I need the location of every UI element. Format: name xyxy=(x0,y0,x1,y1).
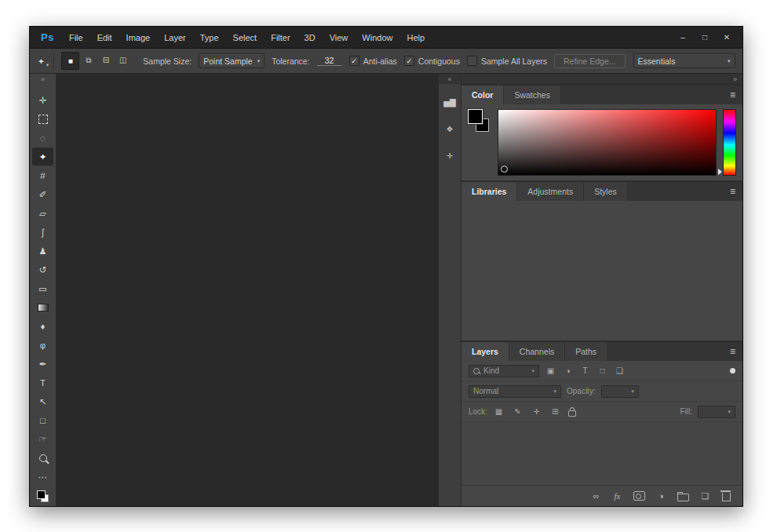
blend-mode-dropdown[interactable]: Normal ▾ xyxy=(469,385,561,398)
menu-3d[interactable]: 3D xyxy=(297,27,323,48)
anti-alias-checkbox[interactable]: Anti-alias xyxy=(349,56,397,66)
saturation-brightness-field[interactable] xyxy=(498,109,717,176)
filter-toggle-icon[interactable] xyxy=(730,368,735,373)
brush-tool[interactable]: ∫ xyxy=(32,223,53,241)
menu-select[interactable]: Select xyxy=(226,27,264,48)
hue-slider-marker[interactable] xyxy=(718,169,722,175)
foreground-color-swatch[interactable] xyxy=(37,490,46,499)
adjustment-layer-filter-icon[interactable]: ◑ xyxy=(562,366,574,375)
sample-size-dropdown[interactable]: Point Sample ▾ xyxy=(199,53,264,68)
panel-menu-icon[interactable]: ≡ xyxy=(730,86,742,104)
panel-menu-icon[interactable]: ≡ xyxy=(730,342,742,361)
smart-object-filter-icon[interactable]: ❏ xyxy=(614,366,626,375)
zoom-tool[interactable] xyxy=(32,449,53,467)
clone-stamp-tool[interactable]: ♟ xyxy=(32,242,53,260)
minimize-button[interactable]: – xyxy=(672,29,694,46)
lock-position-icon[interactable]: ✛ xyxy=(531,407,542,416)
sample-all-layers-checkbox[interactable]: Sample All Layers xyxy=(467,56,547,66)
lock-image-pixels-icon[interactable]: ✎ xyxy=(512,407,523,416)
dodge-tool[interactable]: φ xyxy=(32,336,53,354)
intersect-selection-button[interactable]: ◫ xyxy=(115,52,131,68)
opacity-dropdown[interactable]: ▾ xyxy=(601,385,639,398)
hand-tool[interactable]: ☞ xyxy=(32,430,53,448)
link-layers-icon[interactable]: ∞ xyxy=(591,491,601,501)
hue-ramp[interactable] xyxy=(723,109,736,176)
gradient-tool[interactable] xyxy=(32,298,53,316)
contiguous-checkbox[interactable]: Contiguous xyxy=(404,56,460,66)
tab-color[interactable]: Color xyxy=(461,86,504,104)
search-icon xyxy=(473,368,480,374)
blur-tool[interactable]: ♦ xyxy=(32,317,53,335)
lock-all-icon[interactable] xyxy=(568,410,576,417)
rectangle-tool[interactable]: □ xyxy=(32,411,53,429)
tab-channels[interactable]: Channels xyxy=(509,342,565,361)
path-selection-tool[interactable]: ↖ xyxy=(32,392,53,410)
eraser-tool[interactable]: ▭ xyxy=(32,279,53,297)
foreground-background-swatches[interactable] xyxy=(37,490,49,502)
menu-help[interactable]: Help xyxy=(399,27,432,48)
lock-artboard-icon[interactable]: ⊞ xyxy=(549,407,561,416)
toolbar-collapse-button[interactable]: » xyxy=(30,74,56,84)
menu-window[interactable]: Window xyxy=(355,27,399,48)
layer-mask-icon[interactable] xyxy=(633,491,645,501)
tab-paths[interactable]: Paths xyxy=(565,342,607,361)
ellipsis-icon: ⋯ xyxy=(38,472,48,483)
type-layer-filter-icon[interactable]: T xyxy=(579,366,591,375)
foreground-color-swatch[interactable] xyxy=(468,109,483,124)
tab-adjustments[interactable]: Adjustments xyxy=(517,182,584,201)
new-layer-icon[interactable]: ❏ xyxy=(700,491,710,501)
close-button[interactable]: ✕ xyxy=(716,29,738,46)
histogram-panel-icon[interactable]: ▅▇ xyxy=(441,93,458,111)
move-tool[interactable]: ✛ xyxy=(32,91,53,109)
tab-libraries[interactable]: Libraries xyxy=(461,182,517,201)
marquee-icon xyxy=(38,115,48,124)
history-brush-tool[interactable]: ↺ xyxy=(32,261,53,279)
menu-layer[interactable]: Layer xyxy=(157,27,193,48)
tool-preset-picker[interactable]: ✦ ▾ xyxy=(38,53,54,70)
lasso-tool[interactable]: ◌ xyxy=(32,129,53,147)
eyedropper-tool[interactable]: ✐ xyxy=(32,185,53,203)
delete-layer-icon[interactable] xyxy=(721,490,731,501)
menu-view[interactable]: View xyxy=(323,27,356,48)
panel-menu-icon[interactable]: ≡ xyxy=(730,182,742,201)
layer-effects-icon[interactable]: fx xyxy=(612,491,622,501)
canvas[interactable] xyxy=(57,74,439,506)
refine-edge-button[interactable]: Refine Edge... xyxy=(554,54,626,68)
adjustment-layer-icon[interactable]: ◑ xyxy=(656,491,666,501)
menu-type[interactable]: Type xyxy=(193,27,226,48)
checkbox-checked-icon xyxy=(404,56,414,66)
edit-toolbar-button[interactable]: ⋯ xyxy=(32,468,53,486)
color-picker-ring[interactable] xyxy=(501,166,508,173)
lock-transparent-pixels-icon[interactable]: ▦ xyxy=(493,407,505,416)
tolerance-input[interactable]: 32 xyxy=(317,56,342,66)
pixel-layer-filter-icon[interactable]: ▣ xyxy=(545,366,556,375)
menu-file[interactable]: File xyxy=(62,27,90,48)
menu-edit[interactable]: Edit xyxy=(90,27,119,48)
info-panel-icon[interactable]: ✛ xyxy=(441,147,458,164)
subtract-from-selection-button[interactable]: ⊟ xyxy=(97,52,114,68)
fill-dropdown[interactable]: ▾ xyxy=(698,406,735,418)
properties-panel-icon[interactable]: ❖ xyxy=(441,120,458,137)
menu-image[interactable]: Image xyxy=(119,27,158,48)
new-selection-button[interactable]: ■ xyxy=(61,52,79,70)
rectangular-marquee-tool[interactable] xyxy=(32,110,53,128)
tab-swatches[interactable]: Swatches xyxy=(504,86,561,104)
tab-styles[interactable]: Styles xyxy=(584,182,628,201)
pen-tool[interactable]: ✒ xyxy=(32,355,53,373)
menu-filter[interactable]: Filter xyxy=(264,27,297,48)
crop-tool[interactable]: # xyxy=(32,166,53,184)
shape-layer-filter-icon[interactable]: □ xyxy=(596,366,608,375)
workspace-dropdown[interactable]: Essentials ▾ xyxy=(633,53,735,68)
layer-list[interactable] xyxy=(461,422,742,485)
dock-expand-button[interactable]: « xyxy=(439,74,461,84)
type-tool[interactable]: T xyxy=(32,373,53,392)
panels-collapse-button[interactable]: » xyxy=(461,74,742,84)
maximize-button[interactable]: □ xyxy=(694,29,716,46)
tab-layers[interactable]: Layers xyxy=(461,342,509,361)
layer-filter-kind-dropdown[interactable]: Kind ▾ xyxy=(469,365,539,377)
spot-healing-brush-tool[interactable]: ▱ xyxy=(32,204,53,222)
add-to-selection-button[interactable]: ⧉ xyxy=(80,52,97,68)
color-foreground-background[interactable] xyxy=(468,109,491,176)
layer-group-icon[interactable] xyxy=(677,490,689,501)
magic-wand-tool[interactable]: ✦ xyxy=(32,148,53,166)
